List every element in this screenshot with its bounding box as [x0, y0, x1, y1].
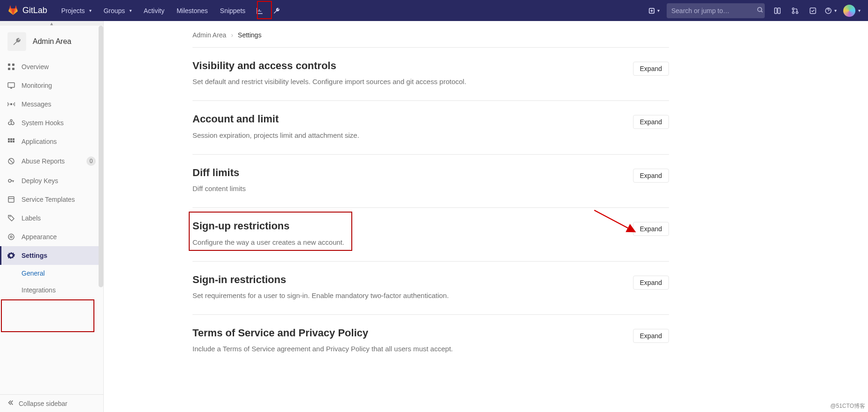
sidebar-subitem-general[interactable]: General: [0, 265, 103, 282]
sidebar-item-appearance[interactable]: Appearance: [0, 227, 103, 246]
appearance-icon: [7, 233, 15, 241]
section-desc: Configure the way a user creates a new a…: [192, 237, 633, 247]
nav-help-icon[interactable]: ▾: [823, 0, 839, 21]
sidebar-item-deploy-keys[interactable]: Deploy Keys: [0, 171, 103, 190]
monitor-icon: [7, 82, 15, 89]
svg-point-26: [10, 216, 10, 217]
expand-button[interactable]: Expand: [633, 62, 669, 76]
section-title: Visibility and access controls: [192, 60, 633, 72]
broadcast-icon: [7, 100, 15, 108]
section-diff-limits: Diff limits Diff content limits Expand: [192, 154, 669, 207]
section-signin-restrictions: Sign-in restrictions Set requirements fo…: [192, 261, 669, 314]
svg-rect-18: [10, 138, 12, 140]
brand-name: GitLab: [22, 6, 47, 15]
sidebar-subitem-integrations[interactable]: Integrations: [0, 282, 103, 298]
chevron-down-icon: ▾: [89, 8, 92, 13]
breadcrumb-current: Settings: [238, 31, 262, 39]
section-desc: Set requirements for a user to sign-in. …: [192, 291, 633, 300]
section-title: Account and limit: [192, 113, 633, 125]
svg-rect-20: [8, 141, 10, 142]
svg-point-4: [792, 8, 794, 10]
sidebar-item-service-templates[interactable]: Service Templates: [0, 190, 103, 209]
chevron-down-icon: ▾: [858, 8, 861, 13]
section-desc: Session expiration, projects limit and a…: [192, 130, 633, 140]
svg-rect-21: [10, 141, 12, 142]
svg-rect-22: [13, 141, 14, 142]
section-desc: Set default and restrict visibility leve…: [192, 77, 633, 86]
chevron-right-icon: ›: [231, 31, 233, 39]
sidebar-context-header[interactable]: Admin Area: [0, 26, 103, 57]
nav-groups[interactable]: Groups▾: [98, 0, 137, 21]
search-input[interactable]: [671, 7, 753, 14]
svg-rect-19: [13, 138, 14, 140]
sidebar-item-labels[interactable]: Labels: [0, 209, 103, 227]
sidebar-nav: Overview Monitoring Messages System Hook…: [0, 57, 103, 394]
expand-button[interactable]: Expand: [633, 276, 669, 290]
sidebar-item-messages[interactable]: Messages: [0, 95, 103, 114]
svg-rect-25: [8, 197, 14, 202]
expand-button[interactable]: Expand: [633, 329, 669, 343]
sidebar-scrollbar[interactable]: [99, 26, 103, 287]
apps-icon: [7, 138, 15, 145]
nav-plus-button[interactable]: ▾: [646, 0, 662, 21]
section-terms: Terms of Service and Privacy Policy Incl…: [192, 314, 669, 354]
badge-count: 0: [86, 156, 96, 166]
section-title: Sign-up restrictions: [192, 220, 633, 232]
top-navbar: GitLab Projects▾ Groups▾ Activity Milest…: [0, 0, 868, 21]
nav-milestones[interactable]: Milestones: [171, 0, 213, 21]
nav-primary: Projects▾ Groups▾ Activity Milestones Sn…: [56, 0, 285, 21]
expand-button[interactable]: Expand: [633, 169, 669, 183]
section-title: Diff limits: [192, 167, 633, 179]
svg-rect-13: [12, 68, 14, 70]
sidebar-item-overview[interactable]: Overview: [0, 57, 103, 76]
chevron-down-icon: ▾: [129, 8, 132, 13]
nav-activity[interactable]: Activity: [138, 0, 170, 21]
search-box[interactable]: [667, 3, 765, 18]
svg-rect-14: [8, 83, 14, 87]
svg-point-27: [8, 234, 14, 240]
section-desc: Diff content limits: [192, 184, 633, 193]
sidebar-scroll-up[interactable]: ▲: [0, 21, 103, 26]
nav-analytics-icon[interactable]: [252, 0, 268, 21]
sidebar-title: Admin Area: [33, 37, 71, 46]
nav-merge-requests-icon[interactable]: [787, 0, 803, 21]
sidebar-item-system-hooks[interactable]: System Hooks: [0, 114, 103, 132]
sidebar-item-applications[interactable]: Applications: [0, 132, 103, 151]
svg-point-6: [796, 12, 798, 14]
main-content: Admin Area › Settings Visibility and acc…: [104, 21, 868, 412]
nav-todos-icon[interactable]: [805, 0, 821, 21]
sidebar-collapse-button[interactable]: Collapse sidebar: [0, 394, 103, 412]
nav-admin-wrench-icon[interactable]: [269, 0, 285, 21]
expand-button[interactable]: Expand: [633, 115, 669, 129]
nav-snippets[interactable]: Snippets: [214, 0, 251, 21]
sidebar-item-settings[interactable]: Settings: [0, 246, 103, 265]
nav-issues-icon[interactable]: [769, 0, 785, 21]
svg-point-5: [792, 12, 794, 14]
watermark: @51CTO博客: [830, 402, 865, 410]
section-signup-restrictions: Sign-up restrictions Configure the way a…: [192, 207, 669, 261]
svg-point-16: [10, 120, 12, 121]
page-layout: ▲ Admin Area Overview Monitoring Message…: [0, 21, 868, 412]
abuse-icon: [7, 157, 15, 165]
breadcrumb-root[interactable]: Admin Area: [192, 31, 226, 39]
svg-rect-11: [12, 64, 14, 66]
nav-projects[interactable]: Projects▾: [56, 0, 97, 21]
section-desc: Include a Terms of Service agreement and…: [192, 344, 633, 354]
labels-icon: [7, 214, 15, 222]
hook-icon: [7, 119, 15, 127]
svg-rect-10: [8, 64, 10, 66]
template-icon: [7, 196, 15, 203]
search-icon: [757, 7, 763, 14]
svg-rect-17: [8, 138, 10, 140]
svg-rect-12: [8, 68, 10, 70]
expand-button[interactable]: Expand: [633, 222, 669, 236]
svg-point-24: [8, 179, 11, 182]
sidebar-item-abuse-reports[interactable]: Abuse Reports0: [0, 151, 103, 171]
brand[interactable]: GitLab: [7, 4, 47, 17]
sidebar: ▲ Admin Area Overview Monitoring Message…: [0, 21, 104, 412]
user-avatar[interactable]: [843, 5, 855, 17]
gitlab-logo-icon: [7, 4, 19, 17]
wrench-icon: [7, 32, 26, 51]
sidebar-item-monitoring[interactable]: Monitoring: [0, 76, 103, 95]
svg-rect-2: [775, 8, 777, 14]
